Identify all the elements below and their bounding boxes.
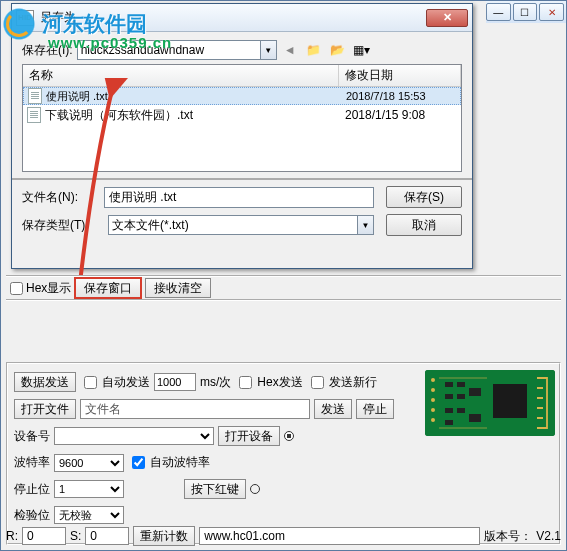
- col-modified[interactable]: 修改日期: [339, 65, 461, 86]
- hex-display-checkbox[interactable]: Hex显示: [10, 280, 71, 297]
- main-maximize-button[interactable]: ☐: [513, 3, 538, 21]
- filename-value: 使用说明 .txt: [109, 189, 176, 206]
- svg-rect-9: [445, 394, 453, 399]
- dialog-titlebar: HID 另存为 ✕: [12, 4, 472, 32]
- svg-rect-12: [445, 408, 453, 413]
- status-footer: R: 0 S: 0 重新计数 www.hc01.com 版本号： V2.1: [6, 525, 561, 547]
- baud-select[interactable]: 9600: [54, 454, 124, 472]
- data-send-button[interactable]: 数据发送: [14, 372, 76, 392]
- send-newline-label: 发送新行: [329, 374, 377, 391]
- auto-baud-checkbox[interactable]: 自动波特率: [128, 453, 210, 472]
- s-label: S:: [70, 529, 81, 543]
- svg-rect-0: [425, 370, 555, 436]
- checkbit-select[interactable]: 无校验: [54, 506, 124, 524]
- file-name: 下载说明（河东软件园）.txt: [45, 107, 193, 124]
- stopbit-select[interactable]: 1: [54, 480, 124, 498]
- r-label: R:: [6, 529, 18, 543]
- main-minimize-button[interactable]: —: [486, 3, 511, 21]
- svg-rect-13: [457, 408, 465, 413]
- baud-label: 波特率: [14, 454, 50, 471]
- interval-unit: ms/次: [200, 374, 231, 391]
- display-options-strip: Hex显示 保存窗口 接收清空: [6, 275, 561, 301]
- url-box[interactable]: www.hc01.com: [199, 527, 480, 545]
- clear-receive-button[interactable]: 接收清空: [145, 278, 211, 298]
- file-name: 使用说明 .txt: [46, 89, 108, 104]
- nav-icons: ◄ 📁 📂 ▦▾: [281, 41, 371, 59]
- stop-button[interactable]: 停止: [356, 399, 394, 419]
- filename-label: 文件名(N):: [22, 189, 104, 206]
- cancel-button[interactable]: 取消: [386, 214, 462, 236]
- send-button[interactable]: 发送: [314, 399, 352, 419]
- device-no-select[interactable]: [54, 427, 214, 445]
- file-path-input[interactable]: 文件名: [80, 399, 310, 419]
- file-modified: 2018/1/15 9:08: [339, 108, 461, 122]
- r-value-box: 0: [22, 527, 66, 545]
- hex-display-label: Hex显示: [26, 280, 71, 297]
- url-text: www.hc01.com: [204, 529, 285, 543]
- main-titlebar-right: — ☐ ✕: [486, 1, 566, 23]
- svg-rect-14: [445, 420, 453, 425]
- red-button-indicator: [250, 484, 260, 494]
- dialog-close-button[interactable]: ✕: [426, 9, 468, 27]
- send-newline-checkbox[interactable]: 发送新行: [307, 373, 377, 392]
- file-list-header: 名称 修改日期: [23, 65, 461, 87]
- save-window-button[interactable]: 保存窗口: [75, 278, 141, 298]
- open-device-button[interactable]: 打开设备: [218, 426, 280, 446]
- svg-rect-1: [493, 384, 527, 418]
- open-file-button[interactable]: 打开文件: [14, 399, 76, 419]
- press-red-button[interactable]: 按下红键: [184, 479, 246, 499]
- version-value: V2.1: [536, 529, 561, 543]
- save-button[interactable]: 保存(S): [386, 186, 462, 208]
- device-no-label: 设备号: [14, 428, 50, 445]
- filename-input[interactable]: 使用说明 .txt: [104, 187, 374, 208]
- back-icon[interactable]: ◄: [281, 41, 299, 59]
- dialog-title: 另存为: [34, 9, 426, 26]
- device-status-indicator: [284, 431, 294, 441]
- chevron-down-icon[interactable]: ▼: [260, 41, 276, 59]
- filetype-label: 保存类型(T):: [22, 217, 104, 234]
- svg-point-4: [431, 398, 435, 402]
- hex-send-checkbox[interactable]: Hex发送: [235, 373, 302, 392]
- txt-file-icon: [28, 88, 42, 104]
- r-value: 0: [27, 529, 34, 543]
- hex-send-label: Hex发送: [257, 374, 302, 391]
- file-modified: 2018/7/18 15:53: [340, 90, 460, 102]
- auto-send-checkbox[interactable]: 自动发送: [80, 373, 150, 392]
- svg-point-3: [431, 388, 435, 392]
- new-folder-icon[interactable]: 📂: [329, 41, 347, 59]
- svg-rect-7: [445, 382, 453, 387]
- svg-rect-8: [457, 382, 465, 387]
- version-label: 版本号：: [484, 528, 532, 545]
- svg-point-6: [431, 418, 435, 422]
- filetype-value: 文本文件(*.txt): [112, 217, 189, 234]
- col-name[interactable]: 名称: [23, 65, 339, 86]
- s-value-box: 0: [85, 527, 129, 545]
- reset-count-button[interactable]: 重新计数: [133, 526, 195, 546]
- auto-baud-label: 自动波特率: [150, 454, 210, 471]
- svg-rect-11: [469, 388, 481, 396]
- auto-send-interval-input[interactable]: [154, 373, 196, 391]
- checkbit-label: 检验位: [14, 507, 50, 524]
- auto-send-label: 自动发送: [102, 374, 150, 391]
- module-pcb-image: [425, 370, 555, 436]
- txt-file-icon: [27, 107, 41, 123]
- views-icon[interactable]: ▦▾: [353, 41, 371, 59]
- file-row[interactable]: 下载说明（河东软件园）.txt 2018/1/15 9:08: [23, 105, 461, 125]
- stopbit-label: 停止位: [14, 481, 50, 498]
- app-icon: HID: [16, 10, 34, 26]
- svg-point-2: [431, 378, 435, 382]
- svg-rect-15: [469, 414, 481, 422]
- svg-rect-10: [457, 394, 465, 399]
- watermark-url: www.pc0359.cn: [48, 34, 172, 51]
- file-row[interactable]: 使用说明 .txt 2018/7/18 15:53: [23, 87, 461, 105]
- s-value: 0: [90, 529, 97, 543]
- chevron-down-icon[interactable]: ▼: [357, 216, 373, 234]
- svg-point-5: [431, 408, 435, 412]
- up-folder-icon[interactable]: 📁: [305, 41, 323, 59]
- file-path-placeholder: 文件名: [85, 401, 121, 418]
- main-close-button[interactable]: ✕: [539, 3, 564, 21]
- file-list: 名称 修改日期 使用说明 .txt 2018/7/18 15:53 下载说明（河…: [22, 64, 462, 172]
- filetype-combo[interactable]: 文本文件(*.txt) ▼: [108, 215, 374, 235]
